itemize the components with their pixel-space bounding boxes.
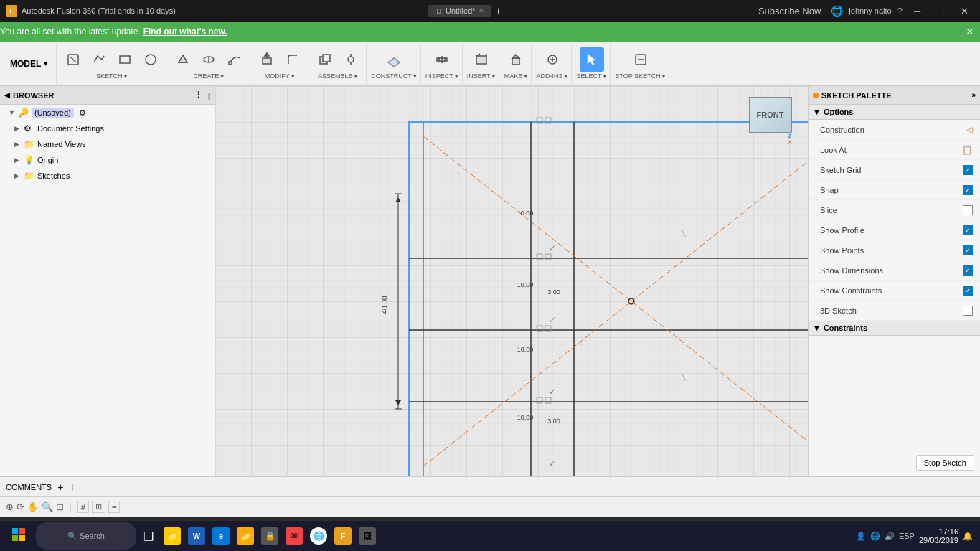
sketch-grid-checkbox[interactable]: ✓: [963, 165, 973, 175]
volume-icon[interactable]: 🔊: [885, 532, 895, 541]
create-revolve-icon[interactable]: [197, 47, 221, 72]
construct-plane-icon[interactable]: [382, 47, 406, 72]
sketch-edit-icon[interactable]: [61, 47, 85, 72]
network-icon[interactable]: 🌐: [870, 532, 880, 541]
modify-label[interactable]: MODIFY ▼: [265, 72, 296, 80]
help-icon[interactable]: ?: [897, 6, 903, 17]
taskbar-folder-icon[interactable]: 📂: [234, 524, 257, 547]
people-icon[interactable]: 👤: [856, 532, 866, 541]
insert-canvas-icon[interactable]: [469, 47, 494, 72]
win-min-btn[interactable]: ─: [908, 4, 926, 18]
browser-item-origin[interactable]: ▶ 💡 Origin: [0, 152, 215, 168]
look-at-row[interactable]: Look At 📋: [809, 140, 980, 160]
show-points-row[interactable]: Show Points ✓: [809, 240, 980, 260]
show-dimensions-checkbox[interactable]: ✓: [963, 265, 973, 276]
show-constraints-checkbox[interactable]: ✓: [963, 286, 973, 296]
notification-close[interactable]: ✕: [966, 26, 974, 37]
taskbar-edge-icon[interactable]: e: [209, 524, 232, 547]
taskbar-file-manager-icon[interactable]: 📁: [161, 524, 184, 547]
stop-sketch-icon[interactable]: [628, 47, 653, 72]
assemble-label[interactable]: ASSEMBLE ▼: [318, 72, 358, 80]
slice-checkbox[interactable]: [963, 205, 973, 215]
browser-options-icon[interactable]: ⋮: [194, 90, 202, 100]
notification-link[interactable]: Find out what's new.: [143, 27, 227, 37]
view-zoom-btn[interactable]: 🔍: [42, 501, 53, 512]
taskbar-email-icon[interactable]: ✉: [283, 524, 306, 547]
select-label[interactable]: SELECT ▼: [576, 72, 607, 80]
options-section-header[interactable]: ▼ Options: [809, 105, 980, 120]
assemble-joint-icon[interactable]: [339, 47, 363, 72]
sketch-label[interactable]: SKETCH ▼: [96, 72, 128, 80]
create-extrude-icon[interactable]: [171, 47, 195, 72]
inspect-label[interactable]: INSPECT ▼: [425, 72, 459, 80]
insert-label[interactable]: INSERT ▼: [467, 72, 496, 80]
taskbar-windows-security-icon[interactable]: 🔒: [258, 524, 281, 547]
create-label[interactable]: CREATE ▼: [193, 72, 225, 80]
show-points-checkbox[interactable]: ✓: [963, 245, 973, 255]
canvas-area[interactable]: 40.00 10.00 10.00 10.00 10.00 3.00 3.00: [215, 86, 808, 476]
browser-pin-icon[interactable]: |: [208, 91, 210, 100]
sketch-canvas[interactable]: 40.00 10.00 10.00 10.00 10.00 3.00 3.00: [215, 86, 808, 476]
palette-expand-icon[interactable]: »: [971, 91, 976, 99]
win-max-btn[interactable]: □: [932, 4, 949, 18]
win-close-btn[interactable]: ✕: [955, 4, 974, 18]
taskbar-chrome-icon[interactable]: 🌐: [307, 524, 330, 547]
add-ins-icon[interactable]: [540, 47, 565, 72]
new-tab-btn[interactable]: +: [496, 5, 501, 17]
browser-item-named-views[interactable]: ▶ 📁 Named Views: [0, 136, 215, 152]
add-comment-btn[interactable]: +: [57, 481, 63, 493]
browser-item-doc-settings[interactable]: ▶ ⚙ Document Settings: [0, 121, 215, 136]
display-settings-btn[interactable]: ≡: [108, 501, 120, 513]
taskbar-photos-icon[interactable]: 🖼: [356, 524, 379, 547]
browser-collapse-icon[interactable]: ◀: [4, 91, 10, 99]
view-pan-btn[interactable]: ✋: [27, 501, 39, 512]
modify-fillet-icon[interactable]: [281, 47, 305, 72]
show-profile-row[interactable]: Show Profile ✓: [809, 220, 980, 240]
notifications-icon[interactable]: 🔔: [963, 532, 973, 541]
construct-label[interactable]: CONSTRUCT ▼: [371, 72, 417, 80]
view-home-btn[interactable]: ⊕: [6, 501, 14, 512]
browser-settings-gear-icon[interactable]: ⚙: [79, 108, 86, 118]
browser-item-sketches[interactable]: ▶ 📁 Sketches: [0, 168, 215, 184]
constraints-section-header[interactable]: ▼ Constraints: [809, 321, 980, 336]
taskbar-search-btn[interactable]: 🔍 Search: [36, 522, 136, 550]
sketch-rect-icon[interactable]: [113, 47, 137, 72]
taskbar-word-icon[interactable]: W: [185, 524, 208, 547]
look-at-icon[interactable]: 📋: [962, 145, 973, 155]
subscribe-button[interactable]: Subscribe Now: [754, 4, 825, 18]
snap-checkbox[interactable]: ✓: [963, 185, 973, 195]
stop-sketch-button[interactable]: Stop Sketch: [916, 455, 974, 471]
sketch-grid-row[interactable]: Sketch Grid ✓: [809, 160, 980, 180]
select-icon[interactable]: [580, 47, 604, 72]
3d-sketch-checkbox[interactable]: [963, 306, 973, 316]
make-3dprint-icon[interactable]: [504, 47, 528, 72]
slice-row[interactable]: Slice: [809, 200, 980, 220]
construction-icon[interactable]: ◁: [966, 125, 973, 135]
inspect-measure-icon[interactable]: [430, 47, 454, 72]
construction-row[interactable]: Construction ◁: [809, 120, 980, 140]
taskbar-fusion-icon[interactable]: F: [331, 524, 354, 547]
tab-close-icon[interactable]: ✕: [479, 7, 484, 14]
create-sweep-icon[interactable]: [222, 47, 247, 72]
grid-display-btn[interactable]: #: [77, 501, 89, 513]
view-cube-box[interactable]: FRONT: [749, 97, 792, 133]
snap-row[interactable]: Snap ✓: [809, 180, 980, 200]
view-cube[interactable]: FRONT Z X: [743, 97, 797, 151]
3d-sketch-row[interactable]: 3D Sketch: [809, 301, 980, 321]
make-label[interactable]: MAKE ▼: [504, 72, 528, 80]
add-ins-label[interactable]: ADD-INS ▼: [536, 72, 568, 80]
modify-press-pull-icon[interactable]: [255, 47, 279, 72]
sketch-line-icon[interactable]: [87, 47, 111, 72]
view-fit-btn[interactable]: ⊡: [56, 501, 64, 512]
start-button[interactable]: [3, 527, 34, 545]
sketch-circle-icon[interactable]: [138, 47, 163, 72]
view-orbit-btn[interactable]: ⟳: [17, 501, 24, 512]
show-constraints-row[interactable]: Show Constraints ✓: [809, 281, 980, 301]
show-dimensions-row[interactable]: Show Dimensions ✓: [809, 260, 980, 281]
assemble-new-component-icon[interactable]: [313, 47, 337, 72]
taskbar-task-view-btn[interactable]: ❑: [138, 522, 159, 550]
model-dropdown[interactable]: MODEL ▼: [6, 57, 53, 70]
stop-sketch-label[interactable]: STOP SKETCH ▼: [615, 72, 666, 80]
show-profile-checkbox[interactable]: ✓: [963, 225, 973, 235]
visibility-btn[interactable]: ⊞: [92, 501, 105, 513]
